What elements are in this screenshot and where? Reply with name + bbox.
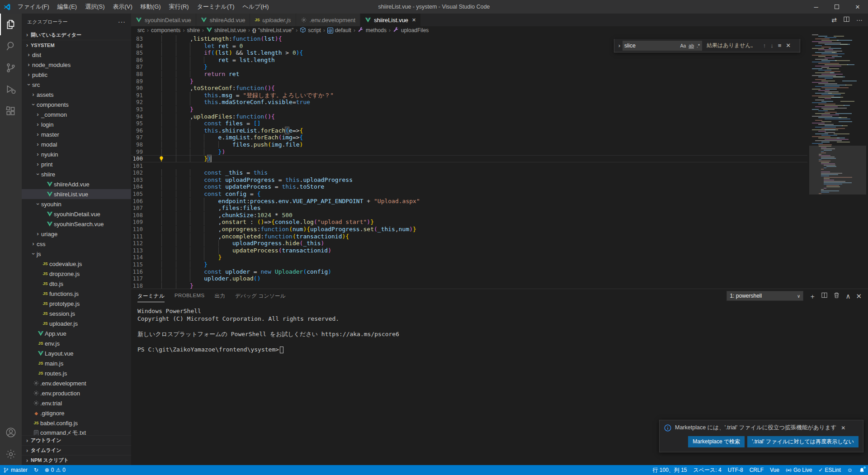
- tree-item-babel.config.js[interactable]: JSbabel.config.js: [22, 418, 131, 428]
- line-number[interactable]: 103: [131, 176, 147, 184]
- code-line-116[interactable]: 116 const uploder = new Uploader(config): [131, 268, 807, 276]
- line-number[interactable]: 93: [131, 106, 147, 113]
- line-number[interactable]: 117: [131, 275, 147, 282]
- line-number[interactable]: 88: [131, 71, 147, 78]
- notifications-bell[interactable]: [856, 465, 868, 475]
- section-NPM スクリプト[interactable]: ›NPM スクリプト: [22, 455, 131, 465]
- line-number[interactable]: 96: [131, 127, 147, 134]
- line-number[interactable]: 84: [131, 43, 147, 50]
- tree-item-syouhinSearch.vue[interactable]: syouhinSearch.vue: [22, 219, 131, 229]
- line-number[interactable]: 94: [131, 113, 147, 120]
- line-number[interactable]: 110: [131, 226, 147, 233]
- code-line-94[interactable]: 94 ,uploadFiles:function(){: [131, 113, 807, 120]
- menu-ターミナル(T)[interactable]: ターミナル(T): [193, 0, 239, 14]
- tree-item-session.js[interactable]: JSsession.js: [22, 309, 131, 318]
- account-icon[interactable]: [0, 422, 22, 443]
- code-line-107[interactable]: 107 ,files:files: [131, 204, 807, 212]
- find-next-icon[interactable]: ↓: [770, 42, 774, 49]
- eol-indicator[interactable]: CRLF: [746, 465, 767, 475]
- new-terminal-icon[interactable]: ＋: [809, 293, 816, 299]
- minimize-icon[interactable]: ─: [806, 0, 826, 14]
- tree-item-login[interactable]: ›login: [22, 119, 131, 129]
- tree-item-js[interactable]: ›js: [22, 249, 131, 259]
- search-icon[interactable]: [0, 35, 22, 57]
- dont-show-again-button[interactable]: '.trial' ファイルに対しては再度表示しない: [747, 436, 859, 447]
- code-line-103[interactable]: 103 const uploadProgress = this.uploadPr…: [131, 176, 807, 184]
- whole-word-icon[interactable]: ab: [687, 42, 695, 49]
- maximize-icon[interactable]: [826, 0, 847, 14]
- line-number[interactable]: 107: [131, 204, 147, 212]
- tab-.env.development[interactable]: .env.development: [296, 14, 360, 26]
- tree-item-components[interactable]: ›components: [22, 100, 131, 109]
- close-panel-icon[interactable]: ✕: [856, 293, 862, 299]
- regex-icon[interactable]: .*: [695, 42, 701, 49]
- kill-terminal-icon[interactable]: [833, 292, 840, 300]
- line-number[interactable]: 97: [131, 134, 147, 141]
- code-line-95[interactable]: 95 const files = []: [131, 120, 807, 127]
- explorer-icon[interactable]: [0, 14, 22, 35]
- line-number[interactable]: 86: [131, 57, 147, 64]
- tree-item-syouhinDetail.vue[interactable]: syouhinDetail.vue: [22, 209, 131, 219]
- code-line-96[interactable]: 96 this.shiireList.forEach(e=>{: [131, 127, 807, 134]
- line-number[interactable]: 105: [131, 190, 147, 198]
- toggle-replace-icon[interactable]: ›: [616, 42, 623, 49]
- code-line-99[interactable]: 99 }): [131, 148, 807, 156]
- code-line-104[interactable]: 104 const updateProcess = this.toStore: [131, 183, 807, 190]
- line-number[interactable]: 104: [131, 183, 147, 190]
- breadcrumb-item-components[interactable]: components: [151, 27, 180, 33]
- code-line-87[interactable]: 87 }: [131, 63, 807, 71]
- tree-item-src[interactable]: ›src: [22, 80, 131, 90]
- indentation-indicator[interactable]: スペース: 4: [690, 465, 725, 475]
- breadcrumb-item-src[interactable]: src: [137, 27, 145, 33]
- line-number[interactable]: 87: [131, 63, 147, 71]
- tree-item-shiireList.vue[interactable]: shiireList.vue: [22, 189, 131, 199]
- marketplace-search-button[interactable]: Marketplace で検索: [688, 436, 745, 447]
- tree-item-master[interactable]: ›master: [22, 129, 131, 139]
- section-アウトライン[interactable]: ›アウトライン: [22, 435, 131, 445]
- code-line-115[interactable]: 115 }: [131, 261, 807, 268]
- line-number[interactable]: 100: [131, 155, 147, 162]
- code-line-117[interactable]: 117 uploder.upload(): [131, 275, 807, 282]
- tree-item-App.vue[interactable]: App.vue: [22, 328, 131, 338]
- match-case-icon[interactable]: Aa: [679, 42, 687, 49]
- tab-shiireList.vue[interactable]: shiireList.vue✕: [360, 14, 420, 26]
- tab-uploader.js[interactable]: JSuploader.js: [250, 14, 295, 26]
- problems-indicator[interactable]: ⊗ 0 ⚠ 0: [42, 465, 69, 475]
- tab-shiireAdd.vue[interactable]: shiireAdd.vue: [196, 14, 250, 26]
- code-line-92[interactable]: 92 this.mdaStoreConf.visible=true: [131, 99, 807, 106]
- tree-item-uploader.js[interactable]: JSuploader.js: [22, 318, 131, 328]
- tree-item-shiire[interactable]: ›shiire: [22, 169, 131, 179]
- encoding-indicator[interactable]: UTF-8: [725, 465, 746, 475]
- code-line-112[interactable]: 112 uploadProgress.hide(_this): [131, 240, 807, 247]
- code-line-113[interactable]: 113 updateProcess(transactionid): [131, 247, 807, 254]
- tree-item-dist[interactable]: ›dist: [22, 50, 131, 60]
- eslint-status[interactable]: ✓ESLint: [815, 465, 844, 475]
- cursor-position[interactable]: 行 100、列 15: [649, 465, 690, 475]
- code-line-106[interactable]: 106 endpoint:process.env.VUE_APP_API_END…: [131, 198, 807, 205]
- menu-移動(G)[interactable]: 移動(G): [137, 0, 165, 14]
- open-editors-section[interactable]: › 開いているエディター: [22, 30, 131, 40]
- code-line-108[interactable]: 108 ,chunkSize:1024 * 500: [131, 212, 807, 219]
- tree-item-assets[interactable]: ›assets: [22, 90, 131, 100]
- close-tab-icon[interactable]: ✕: [412, 17, 416, 23]
- line-number[interactable]: 118: [131, 282, 147, 289]
- line-number[interactable]: 98: [131, 141, 147, 148]
- code-line-93[interactable]: 93 }: [131, 106, 807, 113]
- tree-item-css[interactable]: ›css: [22, 239, 131, 249]
- tree-item-public[interactable]: ›public: [22, 70, 131, 80]
- tree-item-.env.production[interactable]: .env.production: [22, 388, 131, 398]
- line-number[interactable]: 106: [131, 198, 147, 205]
- tree-item-.env.trial[interactable]: .env.trial: [22, 398, 131, 408]
- go-live-button[interactable]: Go Live: [783, 465, 815, 475]
- find-input[interactable]: [624, 43, 679, 49]
- run-debug-icon[interactable]: [0, 79, 22, 100]
- breadcrumb-item-"shiireList.vue"[interactable]: {}"shiireList.vue": [252, 27, 293, 33]
- extensions-icon[interactable]: [0, 100, 22, 122]
- menu-ヘルプ(H)[interactable]: ヘルプ(H): [239, 0, 273, 14]
- panel-tab-PROBLEMS[interactable]: PROBLEMS: [175, 290, 204, 302]
- tree-item-modal[interactable]: ›modal: [22, 139, 131, 149]
- line-number[interactable]: 91: [131, 92, 147, 99]
- line-number[interactable]: 102: [131, 169, 147, 176]
- minimap-slider[interactable]: [809, 146, 866, 195]
- language-mode[interactable]: Vue: [767, 465, 783, 475]
